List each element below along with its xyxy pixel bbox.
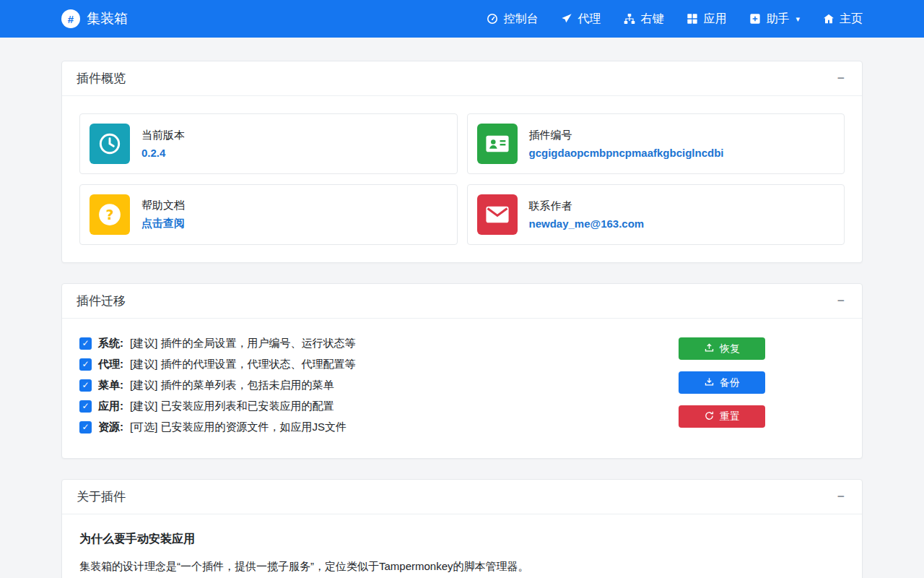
migration-option-menu: ✓ 菜单: [建议] 插件的菜单列表，包括未启用的菜单 [79, 378, 356, 392]
envelope-icon [477, 194, 518, 235]
about-card-header: 关于插件 − [62, 480, 862, 514]
option-desc: [建议] 插件的代理设置，代理状态、代理配置等 [130, 358, 356, 371]
nav-menu: 控制台 代理 右键 应用 [487, 12, 863, 27]
home-icon [823, 13, 834, 25]
nav-item-label: 代理 [578, 12, 601, 27]
nav-item-console[interactable]: 控制台 [487, 12, 538, 27]
nav-item-home[interactable]: 主页 [823, 12, 863, 27]
version-card: 当前版本 0.2.4 [79, 113, 458, 174]
migration-option-apps: ✓ 应用: [建议] 已安装应用列表和已安装应用的配置 [79, 399, 356, 413]
about-title: 关于插件 [77, 488, 126, 505]
question-circle-icon: ? [90, 194, 130, 235]
plugin-id-card: 插件编号 gcgigdaopcmbpncpmaafkgbciglncdbi [467, 113, 845, 174]
help-doc-card: ? 帮助文档 点击查阅 [79, 184, 458, 245]
plus-square-icon [749, 13, 761, 25]
main-content: 插件概览 − 当前版本 0.2.4 插件编号 gcgigdaopcmbp [61, 38, 863, 578]
collapse-overview-button[interactable]: − [834, 71, 847, 86]
about-body: 为什么要手动安装应用 集装箱的设计理念是“一个插件，提供一揽子服务”，定位类似于… [62, 514, 862, 578]
restore-button[interactable]: 恢复 [679, 337, 765, 360]
plugin-id-label: 插件编号 [529, 129, 724, 142]
option-name: 资源: [98, 420, 123, 434]
version-value: 0.2.4 [141, 147, 165, 159]
migration-title: 插件迁移 [77, 293, 126, 309]
migration-card: 插件迁移 − ✓ 系统: [建议] 插件的全局设置，用户编号、运行状态等 ✓ 代… [61, 283, 863, 459]
proxy-checkbox[interactable]: ✓ [79, 358, 92, 371]
migration-option-resources: ✓ 资源: [可选] 已安装应用的资源文件，如应用JS文件 [79, 420, 356, 434]
migration-body: ✓ 系统: [建议] 插件的全局设置，用户编号、运行状态等 ✓ 代理: [建议]… [62, 319, 862, 458]
overview-card: 插件概览 − 当前版本 0.2.4 插件编号 gcgigdaopcmbp [61, 61, 863, 263]
nav-item-label: 应用 [703, 12, 726, 27]
grid-icon [687, 13, 698, 25]
brand-label: 集装箱 [87, 9, 128, 28]
option-desc: [建议] 插件的全局设置，用户编号、运行状态等 [130, 337, 356, 350]
upload-icon [704, 342, 715, 355]
top-navbar: # 集装箱 控制台 代理 右键 [0, 0, 924, 38]
brand[interactable]: # 集装箱 [61, 9, 128, 28]
nav-item-label: 助手 [766, 12, 789, 27]
about-heading: 为什么要手动安装应用 [79, 532, 845, 547]
nav-item-proxy[interactable]: 代理 [561, 12, 601, 27]
apps-checkbox[interactable]: ✓ [79, 400, 92, 413]
version-label: 当前版本 [141, 129, 185, 142]
option-desc: [建议] 插件的菜单列表，包括未启用的菜单 [130, 379, 334, 392]
download-icon [704, 376, 715, 389]
restore-button-label: 恢复 [720, 342, 740, 355]
option-name: 菜单: [98, 379, 123, 392]
help-doc-link[interactable]: 点击查阅 [141, 217, 185, 230]
option-name: 代理: [98, 358, 123, 371]
contact-author-label: 联系作者 [529, 199, 645, 213]
about-card: 关于插件 − 为什么要手动安装应用 集装箱的设计理念是“一个插件，提供一揽子服务… [61, 479, 863, 578]
migration-card-header: 插件迁移 − [62, 284, 862, 319]
migration-actions: 恢复 备份 重置 [679, 336, 845, 428]
nav-item-label: 右键 [640, 12, 663, 27]
dashboard-icon [487, 13, 498, 25]
migration-option-system: ✓ 系统: [建议] 插件的全局设置，用户编号、运行状态等 [79, 336, 356, 350]
menu-checkbox[interactable]: ✓ [79, 379, 92, 392]
overview-title: 插件概览 [77, 70, 126, 87]
option-desc: [建议] 已安装应用列表和已安装应用的配置 [130, 400, 334, 413]
clock-icon [90, 124, 130, 164]
hash-badge-icon: # [61, 9, 80, 28]
overview-grid: 当前版本 0.2.4 插件编号 gcgigdaopcmbpncpmaafkgbc… [62, 96, 862, 262]
resources-checkbox[interactable]: ✓ [79, 421, 92, 434]
backup-button[interactable]: 备份 [679, 371, 765, 394]
contact-author-card: 联系作者 newday_me@163.com [467, 184, 845, 245]
nav-item-apps[interactable]: 应用 [687, 12, 726, 27]
collapse-migration-button[interactable]: − [834, 293, 847, 309]
migration-option-proxy: ✓ 代理: [建议] 插件的代理设置，代理状态、代理配置等 [79, 357, 356, 371]
nav-item-label: 控制台 [503, 12, 538, 27]
migration-options: ✓ 系统: [建议] 插件的全局设置，用户编号、运行状态等 ✓ 代理: [建议]… [79, 336, 356, 441]
backup-button-label: 备份 [720, 376, 740, 389]
help-doc-label: 帮助文档 [141, 199, 185, 212]
nav-item-assistant[interactable]: 助手 ▾ [749, 12, 800, 27]
nav-item-label: 主页 [840, 12, 863, 27]
svg-text:?: ? [105, 207, 113, 223]
about-paragraph: 集装箱的设计理念是“一个插件，提供一揽子服务”，定位类似于Tampermonke… [79, 557, 845, 576]
overview-card-header: 插件概览 − [62, 61, 862, 96]
id-card-icon [477, 124, 518, 164]
caret-down-icon: ▾ [796, 14, 800, 24]
contact-author-email-link[interactable]: newday_me@163.com [529, 217, 645, 230]
reset-button[interactable]: 重置 [679, 405, 765, 428]
collapse-about-button[interactable]: − [834, 489, 847, 504]
system-checkbox[interactable]: ✓ [79, 337, 92, 350]
reset-button-label: 重置 [720, 410, 740, 423]
option-name: 系统: [98, 337, 123, 350]
recycle-icon [704, 410, 715, 423]
paper-plane-icon [561, 13, 572, 25]
sitemap-icon [624, 13, 635, 25]
option-desc: [可选] 已安装应用的资源文件，如应用JS文件 [130, 420, 346, 434]
option-name: 应用: [98, 400, 123, 413]
nav-item-context-menu[interactable]: 右键 [624, 12, 663, 27]
plugin-id-value: gcgigdaopcmbpncpmaafkgbciglncdbi [529, 147, 724, 159]
